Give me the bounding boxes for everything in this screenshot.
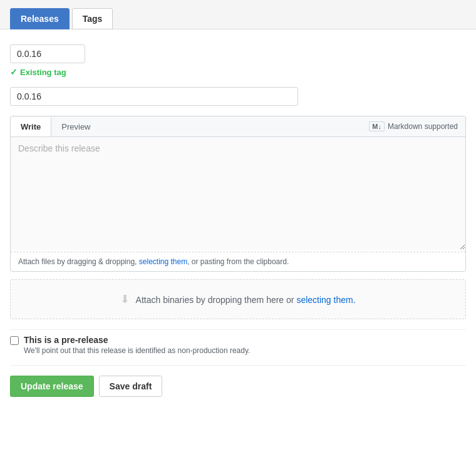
action-buttons: Update release Save draft (10, 365, 466, 397)
check-icon: ✓ (10, 67, 18, 77)
tab-tags[interactable]: Tags (72, 8, 113, 29)
attach-selecting-link[interactable]: selecting them (139, 257, 187, 266)
editor-wrapper: Write Preview M↓ Markdown supported Atta… (10, 116, 466, 272)
write-tab[interactable]: Write (11, 117, 51, 136)
pre-release-checkbox[interactable] (10, 336, 19, 345)
attach-text-prefix: Attach files by dragging & dropping, (18, 257, 139, 266)
save-draft-button[interactable]: Save draft (99, 376, 163, 397)
description-textarea[interactable] (11, 137, 465, 250)
markdown-supported: M↓ Markdown supported (361, 116, 465, 136)
pre-release-title: This is a pre-release (24, 335, 250, 345)
tag-input[interactable] (10, 44, 85, 63)
existing-tag-label: ✓ Existing tag (10, 67, 466, 77)
update-release-button[interactable]: Update release (10, 376, 94, 397)
existing-tag-text: Existing tag (20, 68, 66, 77)
tab-group-left: Write Preview (11, 117, 101, 136)
tab-bar: Releases Tags (0, 0, 476, 29)
pre-release-label[interactable]: This is a pre-release We'll point out th… (10, 335, 466, 355)
markdown-icon: M↓ (369, 121, 385, 131)
pre-release-description: We'll point out that this release is ide… (24, 346, 250, 355)
tab-releases[interactable]: Releases (10, 8, 70, 29)
preview-tab[interactable]: Preview (51, 117, 100, 136)
main-content: ✓ Existing tag Write Preview M↓ Markdown… (0, 29, 476, 412)
binary-attach-area[interactable]: ⬇ Attach binaries by dropping them here … (10, 279, 466, 319)
pre-release-text: This is a pre-release We'll point out th… (24, 335, 250, 355)
editor-top-tabs: Write Preview M↓ Markdown supported (11, 116, 465, 137)
attach-text-suffix: , or pasting from the clipboard. (187, 257, 289, 266)
markdown-label: Markdown supported (388, 122, 458, 131)
binary-attach-text-prefix: Attach binaries by dropping them here or (136, 295, 297, 305)
release-title-input[interactable] (10, 87, 298, 106)
attach-note: Attach files by dragging & dropping, sel… (11, 252, 465, 271)
binary-selecting-link[interactable]: selecting them. (296, 295, 355, 305)
tag-input-section: ✓ Existing tag (10, 44, 466, 77)
pre-release-section: This is a pre-release We'll point out th… (10, 329, 466, 355)
download-icon: ⬇ (120, 293, 130, 305)
